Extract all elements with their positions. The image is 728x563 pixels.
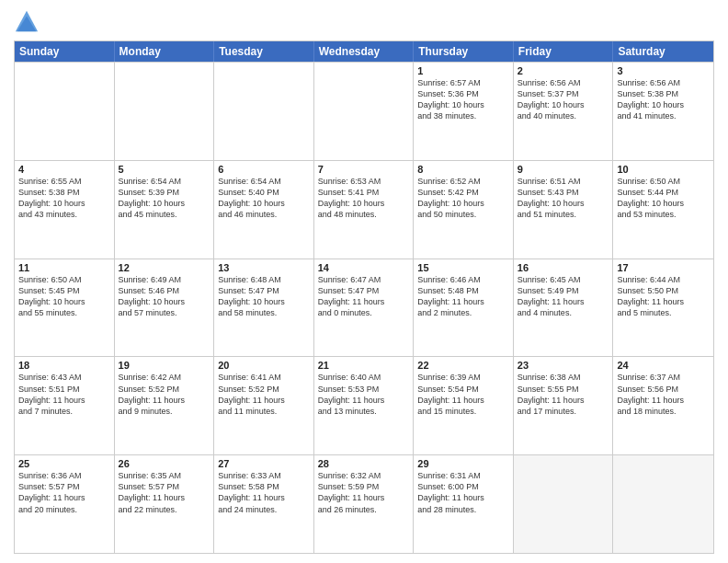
- cell-line: Sunset: 5:39 PM: [119, 187, 210, 198]
- cell-line: Sunrise: 6:48 AM: [218, 274, 310, 285]
- day-cell-10: 10Sunrise: 6:50 AMSunset: 5:44 PMDayligh…: [613, 161, 713, 259]
- cell-line: Sunrise: 6:47 AM: [318, 274, 410, 285]
- day-cell-18: 18Sunrise: 6:43 AMSunset: 5:51 PMDayligh…: [15, 357, 115, 454]
- cell-line: Sunset: 5:53 PM: [318, 384, 410, 395]
- day-cell-1: 1Sunrise: 6:57 AMSunset: 5:36 PMDaylight…: [414, 63, 514, 160]
- cell-line: Daylight: 11 hours: [119, 395, 210, 406]
- day-cell-29: 29Sunrise: 6:31 AMSunset: 6:00 PMDayligh…: [414, 455, 514, 553]
- cell-line: Daylight: 11 hours: [617, 296, 710, 307]
- day-number: 9: [518, 164, 609, 175]
- cell-line: Sunset: 5:44 PM: [617, 187, 710, 198]
- day-number: 6: [218, 164, 310, 175]
- cell-line: Sunrise: 6:38 AM: [518, 372, 609, 383]
- day-number: 19: [119, 360, 210, 371]
- cell-line: Sunrise: 6:35 AM: [119, 470, 210, 481]
- cell-line: and 0 minutes.: [318, 307, 410, 318]
- cell-line: Sunset: 5:45 PM: [18, 285, 110, 296]
- cell-line: Daylight: 10 hours: [518, 99, 609, 110]
- cell-line: Sunset: 5:42 PM: [417, 187, 509, 198]
- cell-line: Sunset: 5:48 PM: [417, 285, 509, 296]
- weekday-header-tuesday: Tuesday: [214, 41, 314, 62]
- weekday-header-sunday: Sunday: [15, 41, 115, 62]
- day-cell-19: 19Sunrise: 6:42 AMSunset: 5:52 PMDayligh…: [115, 357, 215, 454]
- day-number: 17: [617, 262, 710, 273]
- day-number: 2: [518, 65, 609, 76]
- day-number: 23: [518, 360, 609, 371]
- day-cell-4: 4Sunrise: 6:55 AMSunset: 5:38 PMDaylight…: [15, 161, 115, 259]
- day-number: 15: [417, 262, 509, 273]
- day-number: 24: [617, 360, 710, 371]
- cell-line: and 48 minutes.: [318, 209, 410, 220]
- cell-line: Daylight: 11 hours: [417, 296, 509, 307]
- day-cell-27: 27Sunrise: 6:33 AMSunset: 5:58 PMDayligh…: [214, 455, 314, 553]
- cell-line: and 15 minutes.: [417, 406, 509, 417]
- weekday-header-friday: Friday: [514, 41, 614, 62]
- cell-line: Sunset: 5:38 PM: [617, 88, 710, 99]
- cell-line: and 26 minutes.: [318, 504, 410, 515]
- day-number: 8: [417, 164, 509, 175]
- empty-cell: [314, 63, 415, 160]
- cell-line: Sunrise: 6:53 AM: [318, 176, 410, 187]
- cell-line: and 5 minutes.: [617, 307, 710, 318]
- cell-line: and 11 minutes.: [218, 406, 310, 417]
- cell-line: Daylight: 11 hours: [218, 492, 310, 503]
- empty-cell: [15, 63, 115, 160]
- cell-line: Sunrise: 6:40 AM: [318, 372, 410, 383]
- day-number: 21: [318, 360, 410, 371]
- cell-line: Daylight: 10 hours: [617, 99, 710, 110]
- cell-line: Sunrise: 6:50 AM: [18, 274, 110, 285]
- empty-cell: [514, 455, 614, 553]
- cell-line: Sunrise: 6:42 AM: [119, 372, 210, 383]
- cell-line: Sunset: 5:37 PM: [518, 88, 609, 99]
- cell-line: Sunset: 5:57 PM: [18, 481, 110, 492]
- cell-line: Daylight: 10 hours: [119, 198, 210, 209]
- day-number: 20: [218, 360, 310, 371]
- cell-line: and 4 minutes.: [518, 307, 609, 318]
- cell-line: Sunset: 5:56 PM: [617, 384, 710, 395]
- cell-line: Daylight: 10 hours: [218, 198, 310, 209]
- cell-line: Sunrise: 6:36 AM: [18, 470, 110, 481]
- day-cell-2: 2Sunrise: 6:56 AMSunset: 5:37 PMDaylight…: [514, 63, 614, 160]
- cell-line: and 45 minutes.: [119, 209, 210, 220]
- weekday-header-thursday: Thursday: [414, 41, 514, 62]
- cell-line: Sunset: 5:59 PM: [318, 481, 410, 492]
- day-cell-9: 9Sunrise: 6:51 AMSunset: 5:43 PMDaylight…: [514, 161, 614, 259]
- cell-line: Sunrise: 6:37 AM: [617, 372, 710, 383]
- day-cell-14: 14Sunrise: 6:47 AMSunset: 5:47 PMDayligh…: [314, 259, 415, 357]
- cell-line: Sunset: 5:40 PM: [218, 187, 310, 198]
- day-cell-20: 20Sunrise: 6:41 AMSunset: 5:52 PMDayligh…: [214, 357, 314, 454]
- weekday-header-wednesday: Wednesday: [314, 41, 415, 62]
- cell-line: Sunrise: 6:45 AM: [518, 274, 609, 285]
- cell-line: Sunrise: 6:57 AM: [417, 77, 509, 88]
- cell-line: and 43 minutes.: [18, 209, 110, 220]
- cell-line: Sunrise: 6:54 AM: [218, 176, 310, 187]
- cell-line: Sunset: 5:38 PM: [18, 187, 110, 198]
- cell-line: and 50 minutes.: [417, 209, 509, 220]
- cell-line: Daylight: 10 hours: [617, 198, 710, 209]
- cell-line: Daylight: 10 hours: [18, 198, 110, 209]
- cell-line: Sunrise: 6:31 AM: [417, 470, 509, 481]
- cell-line: and 28 minutes.: [417, 504, 509, 515]
- cell-line: Daylight: 11 hours: [18, 395, 110, 406]
- day-cell-6: 6Sunrise: 6:54 AMSunset: 5:40 PMDaylight…: [214, 161, 314, 259]
- page: SundayMondayTuesdayWednesdayThursdayFrid…: [0, 0, 728, 563]
- day-cell-7: 7Sunrise: 6:53 AMSunset: 5:41 PMDaylight…: [314, 161, 415, 259]
- cell-line: and 55 minutes.: [18, 307, 110, 318]
- cell-line: Sunrise: 6:49 AM: [119, 274, 210, 285]
- day-number: 28: [318, 458, 410, 469]
- cell-line: Sunrise: 6:52 AM: [417, 176, 509, 187]
- weekday-header-saturday: Saturday: [613, 41, 713, 62]
- calendar-row-4: 18Sunrise: 6:43 AMSunset: 5:51 PMDayligh…: [15, 356, 713, 454]
- day-number: 11: [18, 262, 110, 273]
- cell-line: Sunset: 5:41 PM: [318, 187, 410, 198]
- cell-line: Daylight: 11 hours: [318, 395, 410, 406]
- day-number: 16: [518, 262, 609, 273]
- cell-line: Daylight: 11 hours: [417, 395, 509, 406]
- cell-line: and 51 minutes.: [518, 209, 609, 220]
- cell-line: Sunset: 5:47 PM: [318, 285, 410, 296]
- cell-line: and 17 minutes.: [518, 406, 609, 417]
- day-number: 12: [119, 262, 210, 273]
- cell-line: Sunrise: 6:46 AM: [417, 274, 509, 285]
- cell-line: Sunset: 5:50 PM: [617, 285, 710, 296]
- cell-line: Sunset: 5:36 PM: [417, 88, 509, 99]
